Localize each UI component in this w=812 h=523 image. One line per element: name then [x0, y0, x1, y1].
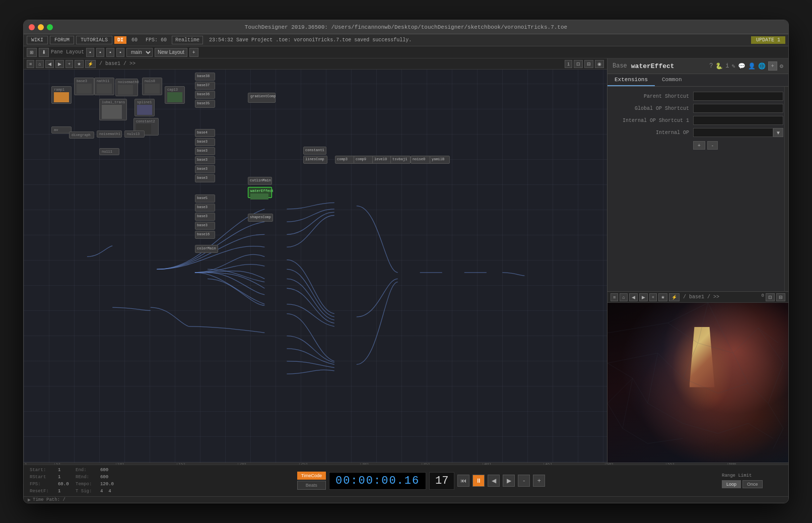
node-comp3[interactable]: comp3 [335, 156, 355, 164]
preview-link-btn[interactable]: ⚡ [669, 293, 680, 301]
node-base36[interactable]: base36 [195, 91, 215, 99]
node-dixe[interactable]: dixegraph [69, 132, 94, 139]
ne-btn-back[interactable]: ◀ [45, 60, 54, 68]
toolbar-btn-1[interactable]: ⬇ [39, 48, 49, 57]
update-button[interactable]: UPDATE 1 [751, 36, 785, 44]
ne-btn-3[interactable]: ⊟ [584, 60, 593, 68]
preview-btn-2[interactable]: ⊟ [776, 293, 785, 301]
node-editor[interactable]: ≡ ⌂ ◀ ▶ + ★ ⚡ / base1 / >> 1 ⊡ ⊟ ◉ [24, 58, 607, 463]
preview-btn-1[interactable]: ⊡ [766, 293, 775, 301]
settings-icon[interactable]: ⚙ [780, 62, 783, 70]
tab-common[interactable]: Common [655, 74, 689, 86]
ne-btn-link[interactable]: ⚡ [85, 60, 96, 68]
node-noisemath1[interactable]: noisemath1 [97, 130, 122, 138]
panel-add-btn[interactable]: + [693, 141, 705, 150]
loop-button[interactable]: Loop [722, 480, 741, 488]
preview-star-btn[interactable]: ★ [658, 293, 667, 301]
ne-btn-add[interactable]: + [65, 60, 73, 68]
node-waterEffect[interactable]: waterEffect [248, 187, 272, 198]
tutorials-menu[interactable]: TUTORIALS [76, 36, 112, 44]
add-tab-btn[interactable]: + [189, 48, 198, 57]
maximize-button[interactable] [47, 24, 53, 30]
ne-btn-home[interactable]: ⌂ [36, 60, 43, 68]
step-fwd-button[interactable]: + [533, 475, 545, 487]
play-button[interactable]: ▶ [503, 475, 515, 487]
node-base3-1[interactable]: base3 [74, 78, 94, 95]
node-tsvbaj1[interactable]: tsvbaj1 [390, 156, 411, 164]
panel-remove-btn[interactable]: - [707, 141, 718, 150]
ne-btn-1[interactable]: 1 [565, 60, 572, 68]
beats-button[interactable]: Beats [297, 481, 326, 490]
main-tab-select[interactable]: main [126, 48, 153, 57]
node-av1[interactable]: av [51, 126, 72, 134]
node-nuls8[interactable]: nuls8 [142, 78, 162, 95]
node-cap13[interactable]: cap13 [165, 86, 185, 104]
node-linesComp[interactable]: linesComp [303, 156, 327, 164]
panel-plus-btn[interactable]: + [768, 61, 777, 71]
node-base37[interactable]: base37 [195, 82, 215, 90]
node-base38[interactable]: base38 [195, 73, 215, 81]
step-back-button[interactable]: - [518, 475, 530, 487]
prev-button[interactable]: ◀ [488, 475, 500, 487]
help-icon[interactable]: ? [709, 62, 713, 70]
node-base3e[interactable]: base3 [195, 165, 215, 173]
toolbar-btn-2[interactable]: ▪ [86, 48, 94, 57]
minimize-button[interactable] [38, 24, 44, 30]
python-icon[interactable]: 🐍 [715, 62, 723, 70]
parent-shortcut-input[interactable] [693, 92, 783, 101]
node-yamilB[interactable]: yamilB [430, 156, 450, 164]
node-colorMain[interactable]: colorMain [195, 245, 218, 253]
ne-btn-star[interactable]: ★ [75, 60, 84, 68]
node-base35[interactable]: base35 [195, 100, 215, 108]
node-base3h[interactable]: base3 [195, 213, 215, 221]
ne-btn-forward[interactable]: ▶ [55, 60, 64, 68]
node-ramp1[interactable]: ramp1 [51, 86, 72, 104]
preview-fwd-btn[interactable]: ▶ [639, 293, 648, 301]
forum-menu[interactable]: FORUM [50, 36, 74, 44]
internal-op-btn[interactable]: ▼ [773, 128, 783, 137]
info-icon[interactable]: i [725, 62, 729, 70]
node-base3f[interactable]: base3 [195, 174, 215, 182]
ne-btn-2[interactable]: ⊡ [574, 60, 583, 68]
ne-btn-4[interactable]: ◉ [595, 60, 604, 68]
toolbar-btn-5[interactable]: ▪ [116, 48, 124, 57]
preview-home-btn[interactable]: ⌂ [620, 293, 627, 301]
pane-layout-btn[interactable]: ⊞ [27, 48, 37, 57]
node-base4[interactable]: base4 [195, 129, 215, 137]
timecode-button[interactable]: TimeCode [297, 472, 326, 480]
node-noisemath0[interactable]: noisemath0 [115, 79, 138, 96]
node-shapesComp[interactable]: shapesComp [248, 214, 273, 222]
toolbar-btn-3[interactable]: ▪ [96, 48, 104, 57]
preview-back-btn[interactable]: ◀ [629, 293, 638, 301]
close-button[interactable] [29, 24, 35, 30]
preview-menu-btn[interactable]: ≡ [611, 293, 618, 301]
globe-icon[interactable]: 🌐 [758, 62, 766, 70]
node-spline1[interactable]: spline1 [134, 99, 155, 116]
node-cutlinMain[interactable]: cutlinMain [248, 177, 272, 185]
node-base16[interactable]: base16 [195, 231, 215, 239]
realtime-button[interactable]: Realtime [172, 36, 203, 44]
node-base5[interactable]: base5 [195, 194, 215, 203]
node-nath11[interactable]: nath11 [94, 78, 114, 95]
new-layout-btn[interactable]: New Layout [155, 48, 187, 57]
global-op-shortcut-input[interactable] [693, 104, 783, 113]
node-gradientComp[interactable]: gradientComp [248, 93, 276, 103]
internal-op-shortcut-input[interactable] [693, 116, 783, 125]
node-lubal[interactable]: lubal_trans [99, 99, 127, 120]
internal-op-input[interactable] [693, 128, 773, 137]
node-base3g[interactable]: base3 [195, 204, 215, 212]
tab-extensions[interactable]: Extensions [607, 74, 655, 86]
comment-icon[interactable]: 💬 [738, 62, 746, 70]
ne-btn-menu[interactable]: ≡ [27, 60, 34, 68]
node-base3i[interactable]: base3 [195, 222, 215, 230]
pause-button[interactable]: ⏸ [472, 475, 485, 487]
node-base3d[interactable]: base3 [195, 156, 215, 164]
toolbar-btn-4[interactable]: ▪ [106, 48, 114, 57]
node-base3c[interactable]: base3 [195, 147, 215, 155]
node-nuls13[interactable]: nuls13 [124, 130, 145, 138]
preview-add-btn[interactable]: + [649, 293, 657, 301]
node-base3b[interactable]: base3 [195, 138, 215, 146]
skip-back-button[interactable]: ⏮ [457, 475, 469, 487]
wiki-menu[interactable]: WIKI [27, 36, 48, 44]
node-level0[interactable]: level0 [372, 156, 392, 164]
